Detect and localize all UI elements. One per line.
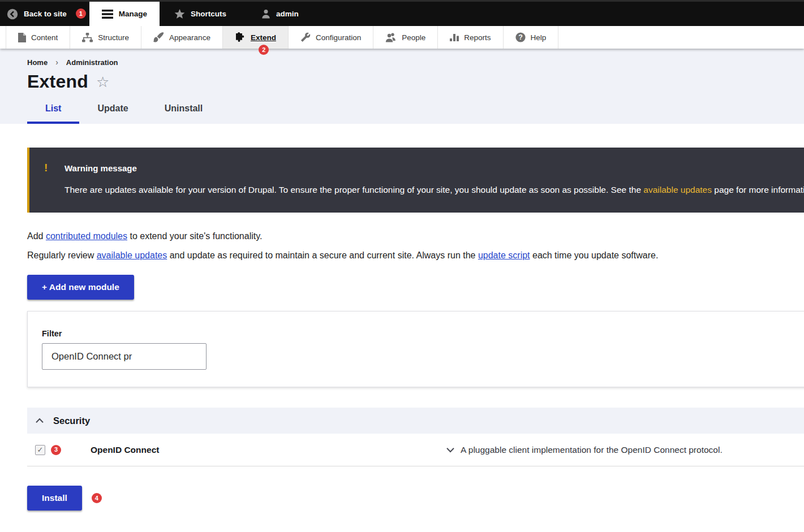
step-badge-2: 2 — [259, 45, 269, 55]
people-icon — [385, 33, 397, 42]
available-updates-link-2[interactable]: available updates — [97, 250, 167, 260]
chevron-up-icon — [35, 418, 44, 423]
menu-item-configuration[interactable]: Configuration — [289, 26, 373, 49]
step-badge-4: 4 — [92, 493, 102, 503]
wrench-icon — [300, 32, 311, 42]
breadcrumb-separator: › — [55, 58, 58, 67]
step-badge-1: 1 — [76, 8, 86, 19]
install-button[interactable]: Install — [27, 486, 82, 511]
menu-item-reports[interactable]: Reports — [438, 26, 503, 49]
menu-item-structure[interactable]: Structure — [70, 26, 141, 49]
primary-tabs: List Update Uninstall — [27, 103, 804, 124]
admin-toolbar: Back to site 1 Manage Shortcuts admin — [0, 0, 804, 26]
breadcrumb-administration[interactable]: Administration — [66, 58, 118, 67]
contributed-modules-link[interactable]: contributed modules — [46, 231, 127, 241]
page-header: Home › Administration Extend ☆ List Upda… — [0, 49, 804, 124]
back-to-site-link[interactable]: Back to site 1 — [0, 2, 81, 26]
module-description: A pluggable client implementation for th… — [461, 445, 723, 455]
toolbar-item-manage[interactable]: Manage — [89, 2, 160, 26]
favorite-star-icon[interactable]: ☆ — [96, 75, 109, 89]
breadcrumb: Home › Administration — [27, 58, 804, 67]
tab-uninstall[interactable]: Uninstall — [147, 103, 221, 124]
svg-text:?: ? — [518, 33, 523, 41]
paintbrush-icon — [153, 32, 164, 42]
warning-title: Warning message — [65, 163, 137, 173]
page-title: Extend — [27, 71, 88, 92]
warning-text: There are updates available for your ver… — [65, 184, 804, 196]
chevron-down-icon[interactable] — [446, 447, 455, 453]
available-updates-link[interactable]: available updates — [643, 185, 712, 194]
puzzle-icon — [235, 32, 246, 42]
menu-item-help[interactable]: ? Help — [504, 26, 559, 49]
star-icon — [174, 9, 185, 19]
menu-item-appearance[interactable]: Appearance — [141, 26, 223, 49]
module-row-openid-connect: ✓ 3 OpenID Connect A pluggable client im… — [27, 434, 804, 466]
structure-icon — [82, 33, 93, 42]
content-icon — [18, 33, 26, 42]
tab-update[interactable]: Update — [79, 103, 146, 124]
update-script-link[interactable]: update script — [478, 250, 530, 260]
warning-message: ! Warning message There are updates avai… — [27, 148, 804, 213]
manage-label: Manage — [119, 10, 147, 18]
admin-menu-bar: Content Structure Appearance Extend 2 Co… — [0, 26, 804, 49]
filter-panel: Filter — [27, 311, 804, 387]
back-to-site-label: Back to site — [24, 10, 67, 18]
menu-item-extend[interactable]: Extend 2 — [223, 26, 289, 49]
shortcuts-label: Shortcuts — [191, 10, 226, 18]
filter-label: Filter — [42, 329, 804, 338]
hamburger-icon — [102, 10, 113, 19]
tab-list[interactable]: List — [27, 103, 79, 124]
main-content: ! Warning message There are updates avai… — [0, 148, 804, 511]
warning-icon: ! — [44, 162, 50, 174]
menu-item-content[interactable]: Content — [6, 26, 70, 49]
module-checkbox[interactable]: ✓ — [35, 445, 45, 455]
security-section-title: Security — [53, 416, 90, 426]
security-section-header[interactable]: Security — [27, 408, 804, 434]
intro-paragraph-2: Regularly review available updates and u… — [27, 249, 804, 262]
menu-item-people[interactable]: People — [373, 26, 438, 49]
bar-chart-icon — [450, 33, 459, 42]
toolbar-item-shortcuts[interactable]: Shortcuts — [163, 2, 238, 26]
module-name: OpenID Connect — [91, 445, 446, 455]
username-label: admin — [276, 10, 299, 18]
toolbar-item-user[interactable]: admin — [250, 2, 310, 26]
user-icon — [261, 9, 270, 19]
help-icon: ? — [515, 32, 526, 42]
add-new-module-button[interactable]: + Add new module — [27, 275, 134, 300]
intro-paragraph-1: Add contributed modules to extend your s… — [27, 230, 804, 243]
filter-input[interactable] — [42, 343, 207, 370]
back-arrow-icon — [7, 8, 18, 20]
step-badge-3: 3 — [51, 445, 61, 455]
breadcrumb-home[interactable]: Home — [27, 58, 48, 67]
